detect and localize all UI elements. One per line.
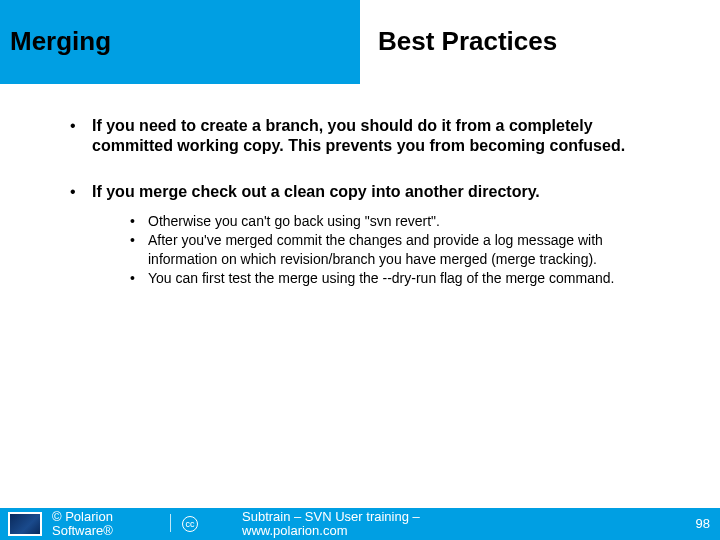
bullet-text: If you merge check out a clean copy into… [92, 182, 660, 202]
subtrain-line1: Subtrain – SVN User training – [242, 509, 420, 524]
bullet-marker: • [70, 116, 92, 156]
bullet-marker: • [70, 182, 92, 202]
bullet-item: • If you need to create a branch, you sh… [70, 116, 660, 156]
copyright-line2: Software® [52, 523, 113, 538]
page-number: 98 [696, 516, 710, 531]
polarion-logo [8, 512, 42, 536]
bullet-text: If you need to create a branch, you shou… [92, 116, 660, 156]
bullet-item: • If you merge check out a clean copy in… [70, 182, 660, 202]
bullet-marker: • [130, 231, 148, 269]
sub-bullet-item: • Otherwise you can't go back using "svn… [130, 212, 660, 231]
bullet-marker: • [130, 269, 148, 288]
slide-content: • If you need to create a branch, you sh… [70, 116, 660, 314]
sub-bullet-list: • Otherwise you can't go back using "svn… [130, 212, 660, 288]
sub-bullet-text: Otherwise you can't go back using "svn r… [148, 212, 660, 231]
subtrain-line2: www.polarion.com [242, 523, 348, 538]
sub-bullet-text: You can first test the merge using the -… [148, 269, 660, 288]
sub-bullet-item: • After you've merged commit the changes… [130, 231, 660, 269]
copyright-line1: © Polarion [52, 509, 113, 524]
polarion-logo-inner [10, 514, 40, 534]
footer-subtrain: Subtrain – SVN User training – www.polar… [242, 510, 420, 539]
footer-divider [170, 514, 171, 532]
bullet-marker: • [130, 212, 148, 231]
slide-title-right: Best Practices [378, 26, 557, 57]
sub-bullet-text: After you've merged commit the changes a… [148, 231, 660, 269]
slide-title-left: Merging [10, 26, 111, 57]
slide: Merging Best Practices • If you need to … [0, 0, 720, 540]
slide-header: Merging Best Practices [0, 0, 720, 84]
sub-bullet-item: • You can first test the merge using the… [130, 269, 660, 288]
cc-icon: cc [182, 516, 198, 532]
copyright-text: © Polarion Software® [52, 510, 113, 539]
slide-footer: © Polarion Software® cc Subtrain – SVN U… [0, 508, 720, 540]
